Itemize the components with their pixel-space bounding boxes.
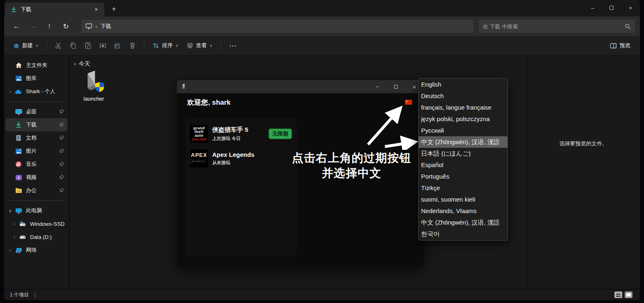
collapse-chevron-icon[interactable]: ∨ [6, 209, 15, 213]
apex-legends-logo: APEX —LEGENDS— [190, 149, 208, 168]
address-bar[interactable]: › 下载 [81, 20, 474, 33]
language-item[interactable]: 日本語 (にほんご) [419, 148, 507, 159]
more-options-button[interactable]: ⋯ [225, 39, 240, 53]
launcher-logo-icon [181, 83, 188, 90]
sidebar-item-downloads[interactable]: 下载 [6, 118, 67, 131]
tab-close-icon[interactable]: × [91, 5, 101, 14]
language-item[interactable]: English [419, 79, 507, 90]
language-item[interactable]: français, langue française [419, 102, 507, 113]
game-row-gta5[interactable]: grand theft auto ONLINE 侠盗猎车手 5 上次游玩 今日 … [188, 122, 294, 146]
launcher-maximize-button[interactable] [387, 80, 405, 93]
paste-button[interactable] [81, 39, 95, 52]
language-item-selected[interactable]: 中文 (Zhōngwén), 汉语, 漢語 [419, 136, 507, 148]
language-item[interactable]: Русский [419, 125, 507, 136]
breadcrumb-separator: › [95, 23, 97, 30]
windows-drive-icon [19, 220, 26, 227]
launcher-maximize-icon [394, 85, 398, 89]
share-button[interactable] [111, 39, 125, 52]
tab-downloads[interactable]: 下载 × [5, 2, 104, 16]
pin-icon [59, 148, 65, 154]
minimize-button[interactable]: – [583, 0, 602, 16]
preview-message: 选择要预览的文件。 [559, 140, 607, 147]
preview-pane: 选择要预览的文件。 [526, 55, 640, 289]
home-icon [15, 62, 22, 69]
expand-chevron-icon[interactable]: › [10, 222, 19, 226]
game-last-played: 从未游玩 [212, 160, 292, 166]
preview-toggle-label: 预览 [620, 42, 630, 49]
sidebar-item-pictures[interactable]: 图片 [6, 145, 67, 158]
group-header-today[interactable]: ∨ 今天 [69, 55, 526, 68]
language-menu: English Deutsch français, langue françai… [418, 78, 508, 241]
chevron-down-icon: ∨ [176, 44, 178, 48]
status-bar: 1 个项目 | [4, 289, 640, 300]
expand-chevron-icon[interactable]: › [6, 248, 15, 252]
language-flag-button[interactable] [405, 100, 412, 105]
new-button[interactable]: ⊕ 新建 ∨ [10, 39, 42, 52]
sidebar-item-videos[interactable]: 视频 [6, 171, 67, 184]
breadcrumb[interactable]: 下载 [100, 23, 111, 30]
search-icon[interactable] [625, 23, 631, 30]
language-item[interactable]: suomi, suomen kieli [419, 194, 507, 205]
up-button[interactable]: ↑ [42, 20, 57, 33]
rename-button[interactable] [96, 39, 110, 52]
language-item[interactable]: Português [419, 171, 507, 182]
maximize-button[interactable] [602, 0, 621, 16]
drive-icon [19, 233, 26, 241]
sidebar-item-home[interactable]: 主文件夹 [6, 59, 67, 72]
delete-button[interactable] [125, 39, 139, 52]
language-item[interactable]: 中文 (Zhōngwén), 汉语, 漢語 [419, 217, 507, 228]
language-item[interactable]: 한국어 [419, 228, 507, 240]
new-tab-button[interactable]: + [108, 3, 120, 15]
download-icon [15, 121, 22, 129]
pin-icon [59, 122, 65, 128]
language-item[interactable]: Nederlands, Vlaams [419, 205, 507, 217]
view-button-label: 查看 [196, 42, 207, 49]
sidebar-item-drive-d[interactable]: › Data (D:) [6, 230, 67, 243]
search-input[interactable] [483, 23, 625, 30]
navigation-sidebar: 主文件夹 图库 › Shark - 个人 [4, 55, 69, 289]
language-item[interactable]: język polski, polszczyzna [419, 113, 507, 125]
launcher-greeting: 欢迎您, shark [187, 98, 231, 107]
pin-icon [59, 174, 65, 180]
game-row-apex[interactable]: APEX —LEGENDS— Apex Legends 从未游玩 [188, 146, 294, 171]
sidebar-item-office-folder[interactable]: 办公 [6, 184, 67, 197]
sidebar-item-onedrive[interactable]: › Shark - 个人 [6, 85, 67, 98]
sort-button[interactable]: 排序 ∨ [149, 39, 182, 52]
launcher-minimize-button[interactable]: – [368, 80, 387, 93]
status-divider: | [35, 292, 36, 298]
close-button[interactable]: × [621, 0, 640, 16]
expand-chevron-icon[interactable]: › [6, 90, 15, 94]
item-count: 1 个项目 [10, 292, 29, 298]
large-icons-view-button[interactable] [625, 292, 632, 298]
view-button[interactable]: 查看 ∨ [183, 39, 216, 52]
sidebar-item-music[interactable]: 音乐 [6, 158, 67, 171]
cut-button[interactable] [51, 39, 65, 52]
back-button[interactable]: ← [9, 20, 24, 33]
pin-icon [59, 109, 65, 115]
sidebar-item-network[interactable]: › 网络 [6, 243, 67, 257]
sidebar-item-this-pc[interactable]: ∨ 此电脑 [6, 204, 67, 217]
sidebar-item-desktop[interactable]: 桌面 [6, 105, 67, 118]
sidebar-item-gallery[interactable]: 图库 [6, 72, 67, 85]
pin-icon [59, 135, 65, 141]
this-pc-icon [86, 23, 92, 29]
navigation-bar: ← → ↑ ↻ › 下载 [4, 16, 640, 36]
sidebar-item-drive-c[interactable]: › Windows-SSD (C:) [6, 217, 67, 230]
copy-button[interactable] [66, 39, 80, 52]
chevron-down-icon: ∨ [74, 62, 76, 66]
file-launcher[interactable]: launcher [75, 70, 112, 102]
expand-chevron-icon[interactable]: › [10, 235, 19, 239]
language-item[interactable]: Deutsch [419, 90, 507, 102]
forward-button[interactable]: → [25, 20, 40, 33]
search-box[interactable] [479, 20, 635, 33]
launcher-title-bar[interactable]: – × [177, 80, 424, 93]
details-view-icon [616, 293, 621, 297]
this-pc-icon [15, 207, 22, 214]
refresh-button[interactable]: ↻ [58, 20, 73, 33]
details-view-button[interactable] [614, 292, 622, 298]
sidebar-item-documents[interactable]: 文档 [6, 131, 67, 145]
onedrive-cloud-icon [15, 88, 22, 95]
preview-toggle-button[interactable]: 预览 [606, 39, 634, 52]
language-item[interactable]: Español [419, 159, 507, 171]
language-item[interactable]: Türkçe [419, 182, 507, 194]
